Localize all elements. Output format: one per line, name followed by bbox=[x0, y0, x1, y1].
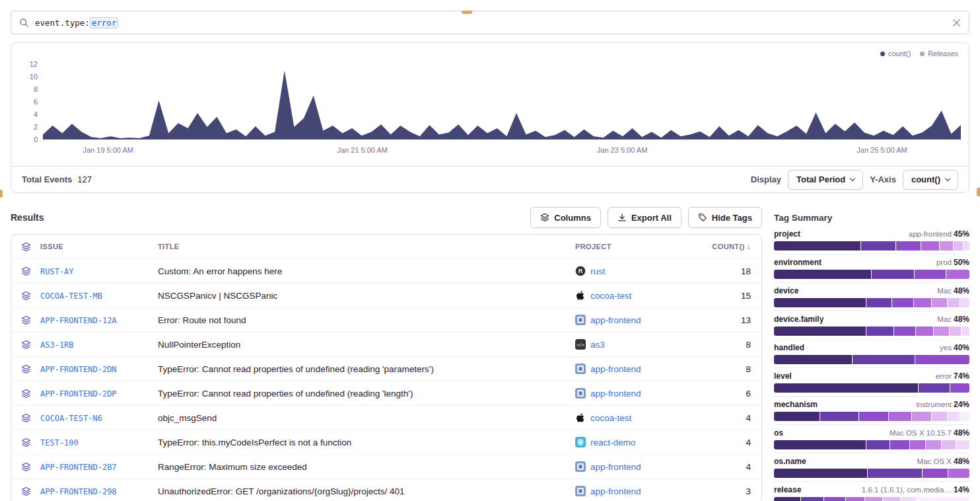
tag-segment[interactable] bbox=[948, 469, 969, 478]
tag-segment[interactable] bbox=[912, 412, 931, 421]
tag-segment[interactable] bbox=[774, 412, 820, 421]
tag-segment[interactable] bbox=[946, 270, 969, 279]
tag-segment[interactable] bbox=[868, 469, 922, 478]
project-link[interactable]: as3 bbox=[590, 340, 605, 350]
tag-segment[interactable] bbox=[866, 327, 893, 336]
tag-segment[interactable] bbox=[944, 497, 958, 501]
tag-segment[interactable] bbox=[930, 497, 944, 501]
issue-link[interactable]: COCOA-TEST-MB bbox=[40, 291, 102, 301]
tag-segment[interactable] bbox=[950, 383, 969, 393]
tag-segment[interactable] bbox=[774, 241, 860, 251]
tag-distribution-bar[interactable] bbox=[774, 355, 969, 364]
table-row[interactable]: RUST-AY Custom: An error happens here R … bbox=[11, 258, 761, 283]
tag-segment[interactable] bbox=[774, 469, 867, 478]
project-link[interactable]: app-frontend bbox=[590, 389, 641, 399]
project-link[interactable]: app-frontend bbox=[590, 315, 641, 325]
tag-segment[interactable] bbox=[917, 497, 930, 501]
table-row[interactable]: COCOA-TEST-MB NSCGSPanicv | NSCGSPanic c… bbox=[11, 283, 761, 307]
tag-segment[interactable] bbox=[774, 298, 866, 307]
tag-segment[interactable] bbox=[932, 298, 947, 307]
issue-link[interactable]: COCOA-TEST-N6 bbox=[40, 414, 102, 423]
col-count[interactable]: COUNT() bbox=[712, 243, 744, 251]
search-input[interactable]: event.type:error bbox=[35, 17, 946, 28]
search-query-token[interactable]: error bbox=[90, 17, 119, 28]
table-row[interactable]: APP-FRONTEND-298 UnauthorizedError: GET … bbox=[11, 479, 761, 501]
tag-segment[interactable] bbox=[866, 298, 892, 307]
tag-segment[interactable] bbox=[865, 497, 882, 501]
table-row[interactable]: APP-FRONTEND-2DN TypeError: Cannot read … bbox=[11, 356, 761, 381]
issue-link[interactable]: AS3-1RB bbox=[40, 340, 74, 350]
events-over-time-chart[interactable]: 024681012Jan 19 5:00 AMJan 21 5:00 AMJan… bbox=[11, 43, 969, 166]
tag-segment[interactable] bbox=[846, 497, 865, 501]
tag-segment[interactable] bbox=[960, 298, 969, 307]
tag-segment[interactable] bbox=[774, 497, 800, 501]
tag-segment[interactable] bbox=[958, 497, 969, 501]
tag-distribution-bar[interactable] bbox=[774, 298, 969, 307]
tag-segment[interactable] bbox=[892, 298, 913, 307]
project-link[interactable]: app-frontend bbox=[590, 462, 641, 472]
columns-button[interactable]: Columns bbox=[530, 207, 601, 228]
layers-icon[interactable] bbox=[21, 242, 31, 252]
tag-segment[interactable] bbox=[956, 440, 969, 449]
issue-link[interactable]: APP-FRONTEND-12A bbox=[40, 316, 117, 325]
tag-segment[interactable] bbox=[820, 412, 858, 421]
sort-desc-icon[interactable]: ↓ bbox=[747, 242, 751, 251]
tag-segment[interactable] bbox=[932, 412, 947, 421]
issue-link[interactable]: RUST-AY bbox=[40, 267, 74, 276]
tag-segment[interactable] bbox=[916, 327, 933, 336]
tag-segment[interactable] bbox=[919, 383, 950, 393]
tag-segment[interactable] bbox=[859, 412, 888, 421]
tag-segment[interactable] bbox=[853, 355, 915, 364]
project-link[interactable]: react-demo bbox=[590, 438, 635, 447]
project-link[interactable]: cocoa-test bbox=[590, 413, 631, 423]
tag-segment[interactable] bbox=[962, 327, 969, 336]
table-row[interactable]: APP-FRONTEND-2DP TypeError: Cannot read … bbox=[11, 381, 761, 405]
col-project[interactable]: PROJECT bbox=[575, 243, 701, 251]
tag-segment[interactable] bbox=[914, 298, 931, 307]
tag-segment[interactable] bbox=[890, 440, 909, 449]
tag-segment[interactable] bbox=[923, 469, 948, 478]
tag-distribution-bar[interactable] bbox=[774, 383, 969, 393]
tag-distribution-bar[interactable] bbox=[774, 497, 969, 501]
tag-segment[interactable] bbox=[896, 241, 921, 251]
tag-segment[interactable] bbox=[948, 298, 959, 307]
tag-segment[interactable] bbox=[866, 440, 890, 449]
col-issue[interactable]: ISSUE bbox=[40, 243, 158, 251]
tag-segment[interactable] bbox=[824, 497, 845, 501]
tag-segment[interactable] bbox=[774, 355, 852, 364]
legend-item-releases[interactable]: Releases bbox=[920, 50, 958, 58]
tag-segment[interactable] bbox=[774, 383, 918, 393]
issue-link[interactable]: APP-FRONTEND-2DP bbox=[40, 389, 117, 399]
tag-segment[interactable] bbox=[774, 327, 866, 336]
clear-search-icon[interactable] bbox=[952, 19, 961, 27]
tag-segment[interactable] bbox=[934, 327, 949, 336]
table-row[interactable]: TEST-100 TypeError: this.myCodeIsPerfect… bbox=[11, 430, 761, 454]
tag-segment[interactable] bbox=[915, 270, 946, 279]
tag-segment[interactable] bbox=[950, 327, 961, 336]
tag-segment[interactable] bbox=[774, 440, 866, 449]
export-all-button[interactable]: Export All bbox=[608, 207, 682, 228]
project-link[interactable]: cocoa-test bbox=[590, 291, 631, 301]
issue-link[interactable]: TEST-100 bbox=[40, 438, 79, 447]
tag-segment[interactable] bbox=[801, 497, 823, 501]
y-axis-select[interactable]: count() bbox=[903, 170, 958, 190]
tag-segment[interactable] bbox=[883, 497, 900, 501]
tag-segment[interactable] bbox=[774, 270, 871, 279]
tag-segment[interactable] bbox=[942, 440, 955, 449]
tag-segment[interactable] bbox=[894, 327, 915, 336]
tag-segment[interactable] bbox=[915, 355, 969, 364]
tag-segment[interactable] bbox=[901, 497, 916, 501]
tag-segment[interactable] bbox=[963, 241, 969, 251]
tag-segment[interactable] bbox=[921, 241, 938, 251]
table-row[interactable]: APP-FRONTEND-12A Error: Route not found … bbox=[11, 307, 761, 332]
hide-tags-button[interactable]: Hide Tags bbox=[688, 207, 762, 228]
display-select[interactable]: Total Period bbox=[788, 170, 863, 190]
tag-distribution-bar[interactable] bbox=[774, 440, 969, 449]
tag-distribution-bar[interactable] bbox=[774, 270, 969, 279]
table-row[interactable]: COCOA-TEST-N6 objc_msgSend cocoa-test 4 bbox=[11, 405, 761, 430]
legend-item-count[interactable]: count() bbox=[880, 50, 911, 58]
tag-segment[interactable] bbox=[940, 241, 953, 251]
col-title[interactable]: TITLE bbox=[158, 243, 575, 251]
tag-segment[interactable] bbox=[872, 270, 914, 279]
issue-link[interactable]: APP-FRONTEND-2B7 bbox=[40, 463, 117, 472]
